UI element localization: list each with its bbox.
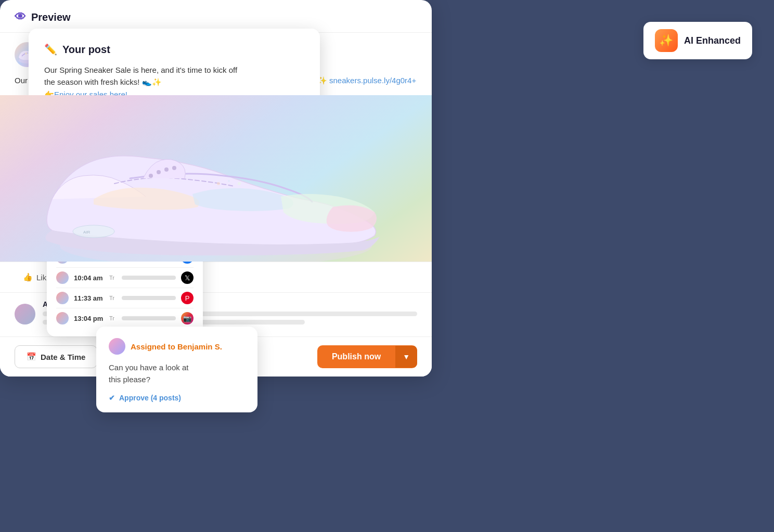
publish-dropdown-button[interactable]: ▼ xyxy=(395,346,417,368)
preview-header: 👁 Preview xyxy=(0,0,432,33)
schedule-tr-2: Tr xyxy=(109,275,114,281)
approve-check-icon: ✔ xyxy=(109,394,115,402)
assign-header: Assigned to Benjamin S. xyxy=(109,338,245,355)
post-body-link[interactable]: sneakers.pulse.ly/4g0r4+ xyxy=(329,76,416,85)
schedule-line-2 xyxy=(122,276,176,280)
publish-now-button[interactable]: Publish now xyxy=(317,345,395,368)
svg-point-11 xyxy=(73,225,114,238)
post-image: AIR xyxy=(0,95,432,262)
pencil-icon: ✏️ xyxy=(44,43,57,56)
schedule-tr-3: Tr xyxy=(109,295,114,301)
svg-point-15 xyxy=(238,182,241,185)
eye-icon: 👁 xyxy=(15,10,26,24)
assign-avatar xyxy=(109,338,125,355)
schedule-row-2[interactable]: 10:04 am Tr 𝕏 xyxy=(56,268,194,288)
assign-message: Can you have a look atthis please? xyxy=(109,362,245,385)
preview-title: 👁 Preview xyxy=(15,10,417,24)
schedule-time-2: 10:04 am xyxy=(74,274,104,282)
date-time-button[interactable]: 📅 Date & Time xyxy=(15,345,97,368)
schedule-avatar-2 xyxy=(56,271,69,284)
calendar-btn-icon: 📅 xyxy=(27,352,36,361)
svg-point-14 xyxy=(228,180,230,182)
ai-enhanced-badge: ✨ AI Enhanced xyxy=(643,22,752,59)
sneaker-main-svg: AIR xyxy=(0,95,432,262)
chevron-down-icon: ▼ xyxy=(403,353,410,361)
svg-point-8 xyxy=(157,170,161,174)
your-post-title: ✏️ Your post xyxy=(44,43,304,56)
schedule-social-3: P xyxy=(181,292,194,304)
svg-point-4 xyxy=(25,53,27,55)
publish-button-group: Publish now ▼ xyxy=(317,345,417,368)
svg-point-9 xyxy=(164,167,169,172)
like-icon: 👍 xyxy=(23,273,33,282)
schedule-row-4[interactable]: 13:04 pm Tr 📷 xyxy=(56,308,194,328)
svg-point-13 xyxy=(217,182,220,185)
ai-enhanced-label: AI Enhanced xyxy=(684,35,741,46)
approve-button[interactable]: ✔ Approve (4 posts) xyxy=(109,394,181,402)
assign-name: Assigned to Benjamin S. xyxy=(131,342,222,351)
schedule-tr-4: Tr xyxy=(109,315,114,321)
schedule-line-4 xyxy=(122,316,176,320)
svg-text:AIR: AIR xyxy=(83,230,91,235)
assign-card: Assigned to Benjamin S. Can you have a l… xyxy=(96,327,257,412)
schedule-line-3 xyxy=(122,296,176,300)
schedule-row-3[interactable]: 11:33 am Tr P xyxy=(56,288,194,308)
svg-point-7 xyxy=(149,174,153,178)
commenter-avatar xyxy=(15,304,35,325)
schedule-time-3: 11:33 am xyxy=(74,294,104,302)
schedule-avatar-4 xyxy=(56,312,69,325)
svg-point-10 xyxy=(172,166,176,170)
schedule-social-2: 𝕏 xyxy=(181,271,194,284)
schedule-time-4: 13:04 pm xyxy=(74,315,104,322)
schedule-avatar-3 xyxy=(56,292,69,304)
schedule-social-4: 📷 xyxy=(181,312,194,325)
ai-wand-icon: ✨ xyxy=(655,29,678,52)
